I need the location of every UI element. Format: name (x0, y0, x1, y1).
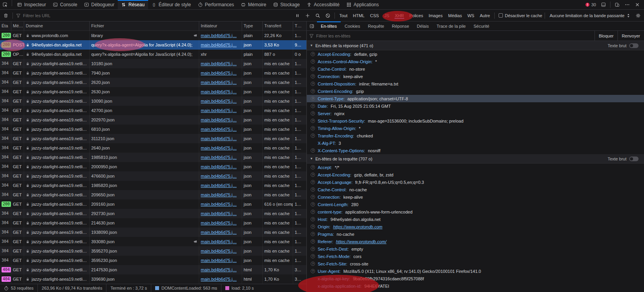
header-help-icon[interactable] (311, 224, 315, 229)
tab-performances[interactable]: Performances (195, 0, 238, 9)
header-help-icon[interactable] (311, 210, 315, 214)
tab-console[interactable]: Console (50, 0, 81, 9)
headers-filter-input[interactable] (314, 34, 594, 38)
disable-cache-checkbox[interactable] (499, 13, 503, 18)
block-url-button[interactable]: Bloquer (594, 31, 617, 41)
header-row[interactable]: Accept-Encoding:gzip, deflate, br, zstd (307, 171, 644, 178)
request-row[interactable]: 304GETjazzy-starlight-aeea19.netli…19380… (0, 228, 306, 237)
type-filter-images[interactable]: Images (426, 12, 445, 20)
column-header-type[interactable]: Type (242, 21, 263, 31)
header-help-icon[interactable] (311, 262, 315, 266)
initiator-link[interactable]: main.bd4b6d75.j… (201, 127, 237, 132)
header-help-icon[interactable] (311, 195, 315, 199)
initiator-link[interactable]: main.bd4b6d75.j… (201, 146, 237, 150)
details-tab-reponse[interactable]: Réponse (388, 21, 413, 30)
header-value[interactable]: https://www.protondb.com/ (336, 239, 387, 244)
initiator-link[interactable]: main.bd4b6d75.j… (201, 33, 237, 38)
header-row[interactable]: Content-Encoding:gzip (307, 87, 644, 95)
header-help-icon[interactable] (311, 82, 315, 86)
request-row[interactable]: 304GETjazzy-starlight-aeea19.netli…35952… (0, 246, 306, 256)
header-help-icon[interactable] (311, 126, 315, 130)
new-request-button[interactable] (303, 13, 313, 18)
details-tab-cookies[interactable]: Cookies (341, 21, 364, 30)
request-row[interactable]: 304GETjazzy-starlight-aeea19.netli…6810.… (0, 125, 306, 134)
header-row[interactable]: Transfer-Encoding:chunked (307, 132, 644, 139)
initiator-link[interactable]: main.bd4b6d75.j… (201, 230, 237, 235)
column-header-transfert[interactable]: Transfert (263, 21, 293, 31)
request-row[interactable]: 304GETjazzy-starlight-aeea19.netli…29273… (0, 209, 306, 218)
close-devtools-button[interactable] (632, 2, 642, 7)
request-row[interactable]: 200GETwww.protondb.comlibrarymain.bd4b6d… (0, 31, 306, 40)
header-row[interactable]: Sec-Fetch-Site:cross-site (307, 260, 644, 267)
header-row[interactable]: x-algolia-api-key:9ba0e69fb2974316cdaec8… (307, 275, 644, 282)
header-row[interactable]: Accept-Language:fr,fr-FR;q=0.8,en-US;q=0… (307, 178, 644, 186)
tab-debogueur[interactable]: Débogueur (81, 0, 118, 9)
request-row[interactable]: 304GETjazzy-starlight-aeea19.netli…20965… (0, 190, 306, 199)
header-row[interactable]: Content-Type:application/json; charset=U… (307, 95, 644, 102)
initiator-link[interactable]: main.bd4b6d75.j… (201, 192, 237, 197)
network-settings-button[interactable] (633, 13, 643, 18)
initiator-link[interactable]: main.bd4b6d75.j… (201, 258, 237, 263)
header-help-icon[interactable] (311, 119, 315, 123)
request-row[interactable]: 304GETjazzy-starlight-aeea19.netli…31121… (0, 134, 306, 143)
header-help-icon[interactable] (311, 239, 315, 244)
initiator-link[interactable]: main.bd4b6d75.j… (201, 43, 237, 47)
header-help-icon[interactable] (311, 111, 315, 116)
resend-request-button[interactable]: Renvoyer (617, 31, 644, 41)
header-row[interactable]: x-algolia-application-id:94HE6YATEI (307, 282, 644, 290)
devtools-menu-button[interactable] (622, 2, 632, 7)
header-row[interactable]: Sec-Fetch-Dest:empty (307, 245, 644, 253)
request-row[interactable]: 304GETjazzy-starlight-aeea19.netli…7940.… (0, 68, 306, 78)
header-help-icon[interactable] (311, 180, 315, 184)
header-row[interactable]: Timing-Allow-Origin:* (307, 125, 644, 132)
initiator-link[interactable]: main.bd4b6d75.j… (201, 164, 237, 169)
request-row[interactable]: 304GETjazzy-starlight-aeea19.netli…10090… (0, 96, 306, 106)
clear-requests-button[interactable] (1, 13, 11, 18)
request-headers-section-header[interactable]: ▼En-têtes de la requête (707 o)Texte bru… (307, 154, 644, 164)
initiator-link[interactable]: main.bd4b6d75.j… (201, 89, 237, 94)
details-tab-trace-de-la-pile[interactable]: Trace de la pile (433, 21, 470, 30)
header-help-icon[interactable] (311, 173, 315, 177)
initiator-link[interactable]: main.bd4b6d75.j… (201, 108, 237, 113)
request-row[interactable]: 304GETjazzy-starlight-aeea19.netli…19858… (0, 153, 306, 162)
request-row[interactable]: 304GETjazzy-starlight-aeea19.netli…47660… (0, 171, 306, 181)
request-row[interactable]: 304GETjazzy-starlight-aeea19.netli…19858… (0, 181, 306, 190)
type-filter-js[interactable]: JS (382, 12, 392, 20)
header-help-icon[interactable] (311, 59, 315, 64)
raw-text-toggle[interactable] (629, 157, 639, 161)
split-console-button[interactable] (598, 2, 609, 7)
request-row[interactable]: 200POST94he6yatei-dsn.algolia.netquery?x… (0, 40, 306, 50)
responsive-mode-button[interactable] (612, 2, 622, 7)
initiator-link[interactable]: main.bd4b6d75.j… (201, 221, 237, 225)
error-count-badge[interactable]: 30 (583, 2, 598, 7)
header-help-icon[interactable] (311, 232, 315, 236)
request-row[interactable]: 200GETjazzy-starlight-aeea19.netli…20916… (0, 199, 306, 209)
header-row[interactable]: Cache-Control:no-cache (307, 186, 644, 193)
initiator-link[interactable]: main.bd4b6d75.j… (201, 71, 237, 75)
type-filter-polices[interactable]: Polices (407, 12, 426, 20)
header-help-icon[interactable] (311, 165, 315, 169)
header-row[interactable]: Sec-Fetch-Mode:cors (307, 253, 644, 260)
search-requests-button[interactable] (313, 13, 323, 18)
header-row[interactable]: Host:94he6yatei-dsn.algolia.net (307, 215, 644, 223)
column-header-me[interactable]: Mé… (11, 21, 24, 31)
header-row[interactable]: Date:Fri, 15 Aug 2025 21:05:14 GMT (307, 102, 644, 110)
header-row[interactable]: Strict-Transport-Security:max-age=315360… (307, 117, 644, 125)
tab-editeur-de-style[interactable]: {}Éditeur de style (148, 0, 195, 9)
tab-accessibilite[interactable]: Accessibilité (303, 0, 343, 9)
request-row[interactable]: 304GETjazzy-starlight-aeea19.netli…2640.… (0, 143, 306, 153)
header-help-icon[interactable] (311, 96, 315, 101)
initiator-link[interactable]: main.bd4b6d75.j… (201, 136, 237, 141)
header-value[interactable]: https://www.protondb.com (333, 224, 382, 229)
response-headers-section-header[interactable]: ▼En-têtes de la réponse (471 o)Texte bru… (307, 41, 644, 50)
tab-stockage[interactable]: Stockage (270, 0, 303, 9)
request-row[interactable]: 304GETjazzy-starlight-aeea19.netli…35952… (0, 256, 306, 265)
throttling-select[interactable]: Aucune limitation de la bande passante (547, 13, 633, 18)
request-row[interactable]: 304GETjazzy-starlight-aeea19.netli…20297… (0, 115, 306, 125)
type-filter-medias[interactable]: Médias (445, 12, 464, 20)
initiator-link[interactable]: main.bd4b6d75.j… (201, 267, 237, 272)
header-help-icon[interactable] (311, 89, 315, 93)
initiator-link[interactable]: main.bd4b6d75.j… (201, 174, 237, 178)
header-row[interactable]: Accept-Encoding:deflate, gzip (307, 50, 644, 58)
initiator-link[interactable]: main.bd4b6d75.j… (201, 277, 237, 281)
